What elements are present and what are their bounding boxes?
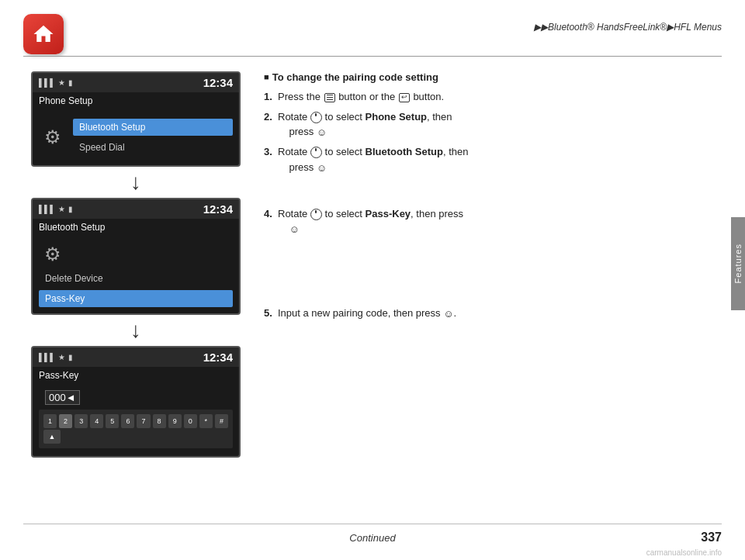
- key-3[interactable]: 3: [74, 414, 88, 428]
- screen1-title: Phone Setup: [33, 92, 239, 109]
- step-1-num: 1.: [264, 89, 272, 105]
- step-4-num: 4.: [264, 206, 272, 222]
- signal-icon-s3: ▌▌▌: [39, 353, 55, 361]
- bluetooth-icon-s1: ★: [58, 78, 65, 87]
- step-5-num: 5.: [264, 306, 272, 321]
- page-header: ▶▶Bluetooth® HandsFreeLink®▶HFL Menus: [534, 22, 722, 33]
- arrow-down-1: ↓: [130, 171, 141, 193]
- key-1[interactable]: 1: [43, 414, 57, 428]
- key-0[interactable]: 0: [184, 414, 197, 428]
- instructions-panel: To change the pairing code setting 1. Pr…: [264, 64, 729, 513]
- spacer-1: [264, 180, 714, 195]
- battery-icon-s2: ▮: [68, 205, 73, 213]
- signal-icon: ▌▌▌: [39, 78, 55, 87]
- screen2-title: Bluetooth Setup: [33, 219, 239, 236]
- main-content: ▌▌▌ ★ ▮ 12:34 Phone Setup ⚙ Bluetooth Se…: [23, 64, 729, 513]
- continued-label: Continued: [47, 532, 698, 544]
- section-heading: To change the pairing code setting: [264, 71, 714, 83]
- arrow-down-2: ↓: [130, 320, 141, 341]
- passkey-screen: ▌▌▌ ★ ▮ 12:34 Pass-Key 000◄ 1 2 3 4: [31, 346, 241, 458]
- smiley-icon-2: ☺: [317, 125, 327, 140]
- bluetooth-icon-s3: ★: [58, 353, 65, 361]
- gear-icon-s2: ⚙: [39, 240, 67, 268]
- spacer-4: [264, 279, 714, 295]
- menu-button-icon: [324, 93, 335, 102]
- footer: Continued 337: [23, 524, 722, 544]
- screen1-header: ▌▌▌ ★ ▮ 12:34: [33, 73, 239, 92]
- screen2-status-icons: ▌▌▌ ★ ▮: [39, 205, 73, 213]
- home-icon: [32, 22, 55, 46]
- key-2[interactable]: 2: [59, 414, 72, 428]
- screen3-status-icons: ▌▌▌ ★ ▮: [39, 353, 73, 361]
- screen2-gear-area: ⚙ Delete Device Pass-Key: [39, 240, 233, 309]
- key-5[interactable]: 5: [106, 414, 119, 428]
- screen2-menu: Delete Device Pass-Key: [39, 268, 233, 309]
- spacer-3: [264, 264, 714, 279]
- step-4: 4. Rotate to select Pass-Key, then press…: [264, 206, 714, 237]
- features-label: Features: [733, 244, 743, 283]
- header-divider: [23, 56, 722, 57]
- key-6[interactable]: 6: [121, 414, 134, 428]
- signal-icon-s2: ▌▌▌: [39, 205, 55, 213]
- screen3-header: ▌▌▌ ★ ▮ 12:34: [33, 347, 239, 367]
- back-button-icon: ↩: [399, 93, 410, 102]
- battery-icon-s1: ▮: [68, 78, 73, 87]
- screen3-title: Pass-Key: [33, 367, 239, 384]
- screen2-pass-key: Pass-Key: [39, 290, 233, 307]
- key-hash[interactable]: #: [215, 414, 228, 428]
- screen1-time: 12:34: [203, 76, 233, 89]
- screen2-content: ⚙ Delete Device Pass-Key: [33, 236, 239, 313]
- step-1: 1. Press the button or the ↩ button.: [264, 89, 714, 105]
- watermark-text: carmanualsonline.info: [646, 548, 722, 557]
- key-star[interactable]: *: [199, 414, 213, 428]
- step-2: 2. Rotate to select Phone Setup, then pr…: [264, 109, 714, 140]
- header-arrows: ▶▶: [534, 22, 548, 33]
- screens-panel: ▌▌▌ ★ ▮ 12:34 Phone Setup ⚙ Bluetooth Se…: [23, 64, 248, 513]
- passkey-code-display: 000◄: [39, 389, 233, 406]
- screen3-content: 000◄ 1 2 3 4 5 6 7 8 9 0 *: [33, 384, 239, 456]
- step-2-num: 2.: [264, 109, 272, 125]
- key-9[interactable]: 9: [168, 414, 182, 428]
- screen1-gear-area: ⚙ Bluetooth Setup Speed Dial: [39, 114, 233, 161]
- passkey-value: 000◄: [45, 390, 80, 405]
- key-7[interactable]: 7: [137, 414, 150, 428]
- key-8[interactable]: 8: [153, 414, 166, 428]
- screen1-menu: Bluetooth Setup Speed Dial: [73, 117, 233, 157]
- step-3-num: 3.: [264, 144, 272, 160]
- screen2-delete-device: Delete Device: [39, 270, 233, 287]
- smiley-icon-4: ☺: [289, 222, 299, 237]
- phone-setup-screen: ▌▌▌ ★ ▮ 12:34 Phone Setup ⚙ Bluetooth Se…: [31, 71, 241, 167]
- features-tab: Features: [731, 217, 745, 310]
- bluetooth-setup-screen: ▌▌▌ ★ ▮ 12:34 Bluetooth Setup ⚙ Delete D…: [31, 198, 241, 315]
- bluetooth-icon-s2: ★: [58, 205, 65, 213]
- battery-icon-s3: ▮: [68, 353, 73, 361]
- screen1-status-icons: ▌▌▌ ★ ▮: [39, 78, 73, 87]
- screen1-content: ⚙ Bluetooth Setup Speed Dial: [33, 109, 239, 165]
- numpad-row-2: ▲: [43, 430, 228, 444]
- key-up[interactable]: ▲: [43, 430, 61, 444]
- numpad-row-1: 1 2 3 4 5 6 7 8 9 0 * #: [43, 414, 228, 428]
- step-3: 3. Rotate to select Bluetooth Setup, the…: [264, 144, 714, 175]
- home-button[interactable]: [23, 14, 64, 54]
- page-number: 337: [698, 531, 722, 544]
- section-title-text: To change the pairing code setting: [272, 71, 438, 83]
- step-5: 5. Input a new pairing code, then press …: [264, 306, 714, 321]
- key-4[interactable]: 4: [90, 414, 103, 428]
- spacer-2: [264, 248, 714, 264]
- gear-icon-s1: ⚙: [39, 123, 67, 151]
- steps-list: 1. Press the button or the ↩ button. 2. …: [264, 89, 714, 321]
- numpad: 1 2 3 4 5 6 7 8 9 0 * # ▲: [39, 410, 233, 448]
- header-title: Bluetooth® HandsFreeLink®▶HFL Menus: [548, 22, 722, 33]
- screen2-header: ▌▌▌ ★ ▮ 12:34: [33, 199, 239, 219]
- screen2-time: 12:34: [203, 202, 233, 216]
- smiley-icon-3: ☺: [317, 161, 327, 176]
- smiley-icon-5: ☺: [443, 306, 453, 322]
- screen1-speed-dial: Speed Dial: [73, 139, 233, 156]
- screen1-bluetooth-setup: Bluetooth Setup: [73, 119, 233, 136]
- screen3-time: 12:34: [203, 351, 233, 364]
